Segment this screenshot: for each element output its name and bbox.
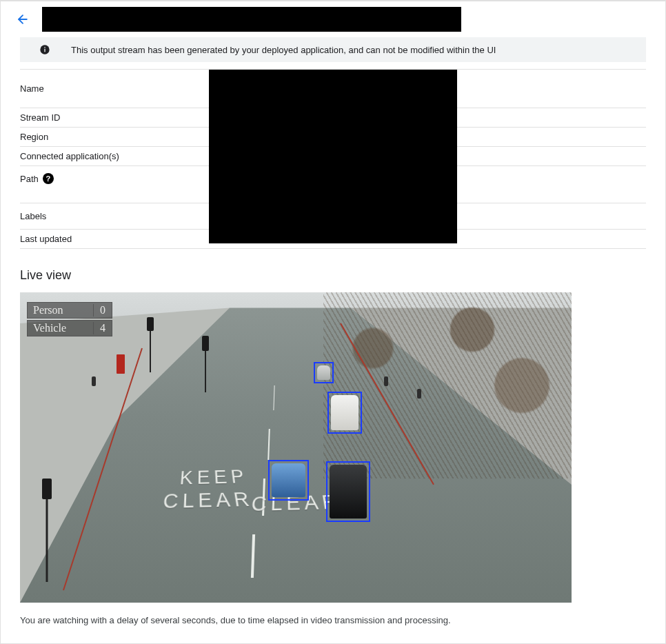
page-title-redacted bbox=[42, 7, 461, 32]
detail-label-name: Name bbox=[20, 83, 44, 94]
overlay-vehicle-label: Vehicle bbox=[28, 322, 94, 334]
detail-values-redacted bbox=[209, 70, 457, 243]
pedestrian bbox=[384, 376, 388, 386]
help-icon[interactable]: ? bbox=[43, 173, 54, 184]
vehicle-shape bbox=[317, 365, 330, 380]
page-header bbox=[1, 1, 665, 37]
stream-details: Name Stream ID Region Connected applicat… bbox=[20, 69, 646, 249]
detection-bbox bbox=[268, 460, 309, 501]
detail-label-labels: Labels bbox=[20, 211, 46, 221]
phone-box bbox=[117, 354, 125, 374]
delay-note: You are watching with a delay of several… bbox=[20, 615, 646, 625]
overlay-vehicle: Vehicle 4 bbox=[27, 320, 112, 336]
detail-label-connected-apps: Connected application(s) bbox=[20, 151, 119, 161]
page-root: This output stream has been generated by… bbox=[0, 0, 666, 644]
svg-rect-3 bbox=[44, 47, 45, 48]
detail-label-path: Path ? bbox=[20, 173, 54, 184]
detail-label-region: Region bbox=[20, 132, 48, 142]
traffic-light bbox=[147, 317, 154, 331]
vehicle-shape bbox=[272, 463, 305, 497]
pedestrian bbox=[417, 389, 421, 399]
live-view-frame: KEEP CLEAR CLEAR Person 0 Vehicle 4 bbox=[20, 292, 572, 603]
back-arrow-button[interactable] bbox=[16, 12, 30, 26]
detail-label-stream-id: Stream ID bbox=[20, 112, 61, 123]
traffic-light bbox=[202, 336, 209, 351]
detection-bbox bbox=[327, 392, 362, 434]
overlay-person-count: 0 bbox=[94, 304, 112, 316]
detail-label-path-text: Path bbox=[20, 174, 39, 184]
vehicle-shape bbox=[330, 465, 367, 519]
arrow-left-icon bbox=[16, 12, 30, 26]
overlay-person-label: Person bbox=[28, 304, 94, 316]
detection-bbox bbox=[314, 362, 334, 383]
info-icon bbox=[39, 44, 50, 55]
road-text-keep: KEEP bbox=[179, 466, 250, 490]
vehicle-shape bbox=[331, 395, 359, 430]
traffic-light bbox=[42, 479, 52, 499]
overlay-vehicle-count: 4 bbox=[94, 322, 112, 334]
detection-bbox bbox=[326, 461, 370, 522]
pedestrian bbox=[92, 376, 96, 386]
live-view-heading: Live view bbox=[20, 268, 646, 283]
overlay-person: Person 0 bbox=[27, 302, 112, 319]
content-area: This output stream has been generated by… bbox=[1, 37, 665, 639]
scene-trees bbox=[323, 292, 572, 479]
info-banner-text: This output stream has been generated by… bbox=[71, 45, 496, 55]
road-text-clear: CLEAR bbox=[161, 487, 255, 513]
info-banner: This output stream has been generated by… bbox=[20, 37, 646, 62]
detail-label-last-updated: Last updated bbox=[20, 234, 72, 244]
svg-rect-2 bbox=[44, 49, 45, 52]
